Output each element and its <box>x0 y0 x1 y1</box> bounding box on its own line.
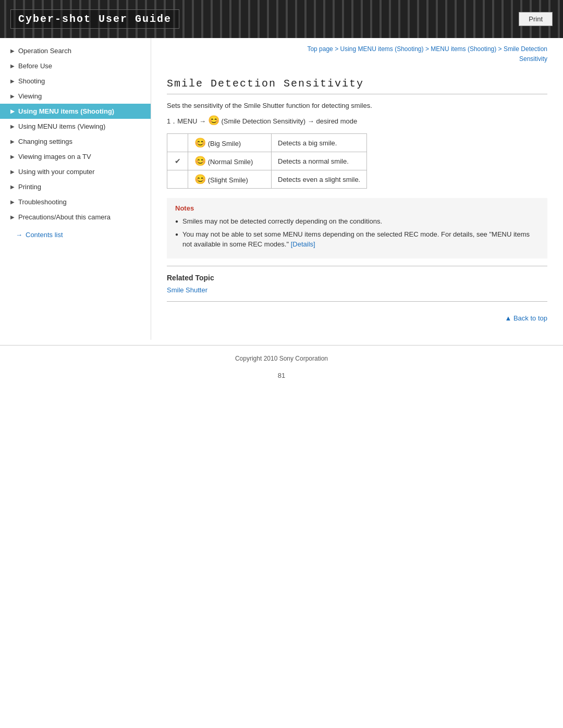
sidebar-arrow-2: ▶ <box>10 78 15 84</box>
divider-after-related <box>167 301 547 302</box>
sidebar-arrow-9: ▶ <box>10 184 15 190</box>
sidebar-label-2: Shooting <box>18 77 45 85</box>
row-check-0 <box>167 134 188 152</box>
sidebar-item-2[interactable]: ▶Shooting <box>0 73 151 89</box>
content-area: Top page > Using MENU items (Shooting) >… <box>151 38 563 340</box>
notes-list: Smiles may not be detected correctly dep… <box>175 216 539 250</box>
row-desc-0: Detects a big smile. <box>272 134 367 152</box>
sidebar-item-9[interactable]: ▶Printing <box>0 179 151 194</box>
main-layout: ▶Operation Search▶Before Use▶Shooting▶Vi… <box>0 38 563 340</box>
sidebar-arrow-6: ▶ <box>10 139 15 144</box>
sidebar-item-11[interactable]: ▶Precautions/About this camera <box>0 209 151 225</box>
related-topic-link[interactable]: Smile Shutter <box>167 286 207 294</box>
sidebar-arrow-10: ▶ <box>10 199 15 205</box>
row-label-1: (Normal Smile) <box>208 158 253 166</box>
sidebar-label-11: Precautions/About this camera <box>18 213 111 221</box>
sidebar-item-6[interactable]: ▶Changing settings <box>0 134 151 149</box>
row-label-0: (Big Smile) <box>208 140 241 147</box>
sidebar-item-10[interactable]: ▶Troubleshooting <box>0 194 151 209</box>
smile-icon-0: 😊 <box>194 138 206 148</box>
sidebar-label-4: Using MENU items (Shooting) <box>18 107 114 115</box>
breadcrumb-current[interactable]: Smile DetectionSensitivity <box>504 45 547 63</box>
note-item-2: You may not be able to set some MENU ite… <box>175 229 539 250</box>
sidebar-item-4[interactable]: ▶Using MENU items (Shooting) <box>0 104 151 119</box>
note-item-1: Smiles may not be detected correctly dep… <box>175 216 539 227</box>
breadcrumb: Top page > Using MENU items (Shooting) >… <box>167 38 547 69</box>
sidebar-item-7[interactable]: ▶Viewing images on a TV <box>0 149 151 164</box>
sidebar-label-9: Printing <box>18 183 41 191</box>
checkmark-icon: ✔ <box>175 157 181 165</box>
breadcrumb-sep3: > <box>498 45 504 53</box>
step-middle: (Smile Detection Sensitivity) → <box>221 117 314 125</box>
breadcrumb-sep2: > <box>425 45 431 53</box>
smile-icon-1: 😊 <box>194 156 206 166</box>
sidebar-label-0: Operation Search <box>18 47 71 55</box>
sidebar-arrow-11: ▶ <box>10 214 15 220</box>
sidebar-arrow-3: ▶ <box>10 93 15 99</box>
sidebar-item-8[interactable]: ▶Using with your computer <box>0 164 151 179</box>
divider-after-notes <box>167 266 547 266</box>
sidebar-arrow-4: ▶ <box>10 108 15 114</box>
breadcrumb-sep1: > <box>335 45 340 53</box>
sidebar-item-5[interactable]: ▶Using MENU items (Viewing) <box>0 119 151 134</box>
table-row: ✔😊 (Normal Smile)Detects a normal smile. <box>167 152 367 170</box>
row-name-2: 😊 (Slight Smile) <box>188 170 272 189</box>
sidebar-arrow-8: ▶ <box>10 169 15 175</box>
smile-table: 😊 (Big Smile)Detects a big smile.✔😊 (Nor… <box>167 133 367 189</box>
smile-icon-2: 😊 <box>194 174 206 184</box>
contents-list-label: Contents list <box>26 231 63 239</box>
step-prefix: 1．MENU → <box>167 117 206 125</box>
related-topic-title: Related Topic <box>167 274 547 282</box>
notes-box: Notes Smiles may not be detected correct… <box>167 198 547 258</box>
breadcrumb-top[interactable]: Top page <box>307 45 333 53</box>
row-label-2: (Slight Smile) <box>208 176 248 184</box>
contents-list-arrow: → <box>16 231 22 239</box>
description: Sets the sensitivity of the Smile Shutte… <box>167 102 547 109</box>
page-title: Smile Detection Sensitivity <box>167 78 547 94</box>
step-suffix: desired mode <box>316 117 357 125</box>
sidebar-arrow-5: ▶ <box>10 124 15 129</box>
row-name-1: 😊 (Normal Smile) <box>188 152 272 170</box>
table-row: 😊 (Slight Smile)Detects even a slight sm… <box>167 170 367 189</box>
page-number: 81 <box>0 367 563 384</box>
details-link[interactable]: [Details] <box>291 240 315 248</box>
sidebar-item-0[interactable]: ▶Operation Search <box>0 43 151 58</box>
sidebar-label-3: Viewing <box>18 92 42 100</box>
sidebar-item-1[interactable]: ▶Before Use <box>0 58 151 73</box>
copyright: Copyright 2010 Sony Corporation <box>0 345 563 367</box>
contents-list[interactable]: →Contents list <box>0 225 151 242</box>
notes-title: Notes <box>175 204 539 212</box>
sidebar-arrow-0: ▶ <box>10 48 15 54</box>
row-check-2 <box>167 170 188 189</box>
back-to-top-link[interactable]: ▲ Back to top <box>505 314 547 322</box>
row-name-0: 😊 (Big Smile) <box>188 134 272 152</box>
sidebar-label-1: Before Use <box>18 62 52 70</box>
back-to-top: ▲ Back to top <box>167 309 547 324</box>
sidebar-label-7: Viewing images on a TV <box>18 153 91 161</box>
sidebar: ▶Operation Search▶Before Use▶Shooting▶Vi… <box>0 38 151 340</box>
header: Cyber-shot User Guide Print <box>0 0 563 38</box>
step-instruction: 1．MENU → 😊 (Smile Detection Sensitivity)… <box>167 115 547 126</box>
row-desc-1: Detects a normal smile. <box>272 152 367 170</box>
breadcrumb-shooting[interactable]: Using MENU items (Shooting) <box>340 45 423 53</box>
sidebar-label-5: Using MENU items (Viewing) <box>18 122 105 130</box>
sidebar-label-10: Troubleshooting <box>18 198 67 206</box>
print-button[interactable]: Print <box>519 12 553 26</box>
breadcrumb-menu-items[interactable]: MENU items (Shooting) <box>431 45 496 53</box>
row-check-1: ✔ <box>167 152 188 170</box>
sidebar-arrow-7: ▶ <box>10 154 15 159</box>
sidebar-label-8: Using with your computer <box>18 168 95 176</box>
sidebar-label-6: Changing settings <box>18 138 72 145</box>
app-title: Cyber-shot User Guide <box>10 9 179 29</box>
row-desc-2: Detects even a slight smile. <box>272 170 367 189</box>
sidebar-arrow-1: ▶ <box>10 63 15 69</box>
table-row: 😊 (Big Smile)Detects a big smile. <box>167 134 367 152</box>
step-smile-icon: 😊 <box>208 115 219 126</box>
sidebar-item-3[interactable]: ▶Viewing <box>0 89 151 104</box>
